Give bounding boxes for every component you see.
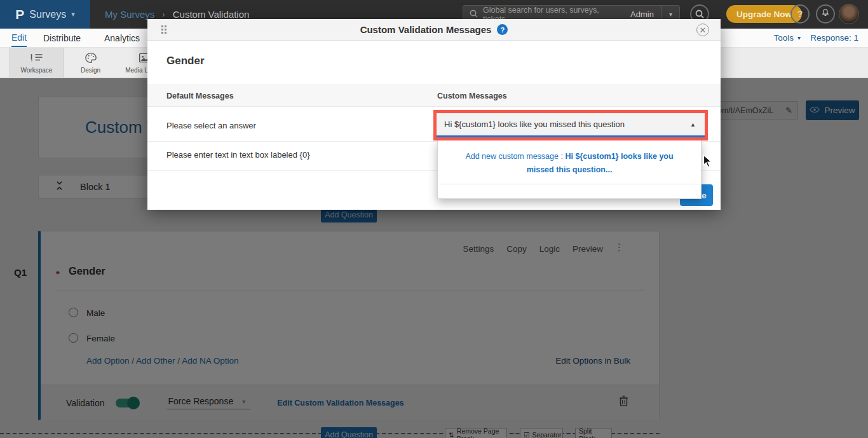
toolbar-workspace[interactable]: Workspace [10,48,64,78]
product-name: Surveys [29,9,66,20]
help-circle-icon[interactable]: ? [497,24,508,35]
workspace-icon [30,52,44,65]
close-icon[interactable]: ✕ [696,24,709,36]
question-mark-icon: ? [797,9,803,19]
highlight-annotation-box: Hi ${custom1} looks like you missed this… [433,110,708,140]
custom-message-select-value: Hi ${custom1} looks like you missed this… [444,120,625,129]
modal-question-heading: Gender [166,55,205,67]
app-logo[interactable]: P Surveys ▾ [0,0,90,29]
tab-analytics[interactable]: Analytics [104,29,140,47]
column-default-messages: Default Messages [166,92,234,100]
custom-message-select[interactable]: Hi ${custom1} looks like you missed this… [437,113,705,137]
breadcrumb-my-surveys[interactable]: My Surveys [105,9,154,20]
chevron-down-icon: ▾ [797,34,801,41]
column-custom-messages: Custom Messages [437,92,507,100]
modal-header: Custom Validation Messages ? [147,19,721,41]
palette-icon [85,52,97,65]
default-message-row-1: Please select an answer [166,121,256,130]
default-message-row-2: Please enter text in text box labeled {0… [166,150,310,160]
logo-icon: P [15,7,24,22]
custom-message-dropdown: Add new custom message : Hi ${custom1} l… [437,140,702,199]
tab-edit[interactable]: Edit [11,29,27,47]
modal-title: Custom Validation Messages [360,24,492,35]
notifications-button[interactable] [816,4,835,24]
breadcrumb-separator-icon: › [162,10,165,19]
drag-handle-icon[interactable] [161,25,166,34]
help-button[interactable]: ? [790,4,810,24]
custom-validation-messages-modal: Custom Validation Messages ? ✕ Gender De… [147,19,721,210]
response-count[interactable]: Response: 1 [810,29,858,47]
search-scope-label: Admin [623,10,661,19]
user-avatar[interactable] [839,4,859,24]
tab-distribute[interactable]: Distribute [43,29,81,47]
toolbar-design[interactable]: Design [64,48,118,78]
tools-menu[interactable]: Tools ▾ [773,29,801,47]
search-icon [470,9,478,20]
caret-up-icon: ▲ [690,121,696,128]
add-new-custom-message-option[interactable]: Add new custom message : Hi ${custom1} l… [452,150,687,177]
bell-icon [821,8,830,20]
mouse-cursor [703,154,712,170]
messages-table-header: Default Messages Custom Messages [147,85,721,107]
breadcrumb-survey-name: Custom Validation [173,9,250,20]
chevron-down-icon: ▾ [71,10,75,18]
divider [438,184,701,184]
